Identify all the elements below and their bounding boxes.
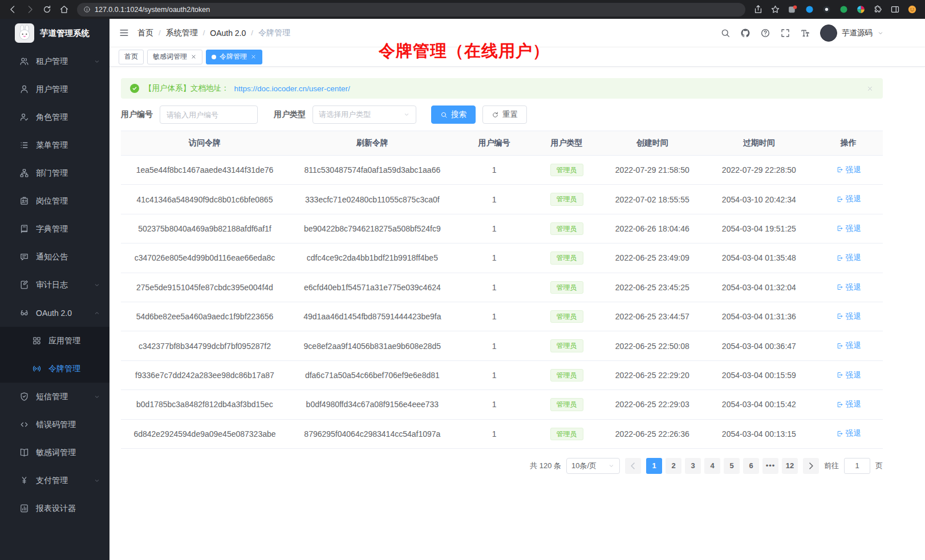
sidebar-item-pay[interactable]: 支付管理 bbox=[0, 466, 109, 494]
sidebar-item-sms[interactable]: 短信管理 bbox=[0, 383, 109, 411]
user-type-badge: 管理员 bbox=[550, 428, 583, 440]
user-type-cell: 管理员 bbox=[532, 214, 601, 243]
force-logout-button[interactable]: 强退 bbox=[836, 165, 861, 175]
browser-chrome: 127.0.0.1:1024/system/oauth2/token bbox=[0, 0, 925, 19]
sidebar-item-error-code[interactable]: 错误码管理 bbox=[0, 411, 109, 439]
sidebar-item-audit-log[interactable]: 审计日志 bbox=[0, 271, 109, 299]
report-icon bbox=[19, 504, 29, 513]
sidebar-item-app-manage[interactable]: 应用管理 bbox=[0, 327, 109, 355]
page-size-select[interactable]: 10条/页 bbox=[566, 458, 620, 474]
action-cell: 强退 bbox=[814, 273, 883, 302]
user-id-cell: 1 bbox=[456, 244, 533, 273]
force-logout-button[interactable]: 强退 bbox=[836, 224, 861, 234]
sidebar-item-label: 审计日志 bbox=[36, 280, 68, 290]
sidebar-item-label: 短信管理 bbox=[36, 392, 68, 402]
user-id-input[interactable] bbox=[160, 105, 258, 124]
force-logout-button[interactable]: 强退 bbox=[836, 370, 861, 380]
home-icon[interactable] bbox=[59, 5, 69, 14]
force-logout-button[interactable]: 强退 bbox=[836, 428, 861, 439]
force-logout-button[interactable]: 强退 bbox=[836, 311, 861, 322]
user-type-select[interactable]: 请选择用户类型 bbox=[313, 105, 416, 124]
prev-page-button[interactable] bbox=[625, 458, 641, 474]
tab-home[interactable]: 首页 bbox=[119, 50, 144, 64]
sidebar-item-menu[interactable]: 菜单管理 bbox=[0, 131, 109, 159]
sidebar-item-dict[interactable]: 字典管理 bbox=[0, 215, 109, 243]
fullscreen-icon[interactable] bbox=[780, 28, 790, 38]
breadcrumb-item[interactable]: OAuth 2.0 bbox=[210, 29, 246, 38]
pagination: 共 120 条 10条/页 123456•••12 前往 页 bbox=[121, 458, 883, 474]
back-icon[interactable] bbox=[8, 5, 18, 14]
next-page-button[interactable] bbox=[803, 458, 819, 474]
breadcrumb-item[interactable]: 系统管理 bbox=[166, 28, 198, 38]
tab-token-manage[interactable]: 令牌管理 bbox=[206, 50, 262, 64]
page-button[interactable]: 3 bbox=[685, 458, 701, 474]
app-logo[interactable]: 芋道管理系统 bbox=[0, 19, 109, 47]
share-icon[interactable] bbox=[753, 5, 763, 14]
search-button-label: 搜索 bbox=[451, 109, 466, 120]
user-id-cell: 1 bbox=[456, 302, 533, 331]
extension-green-icon[interactable] bbox=[839, 5, 849, 14]
extension-badge-icon[interactable] bbox=[788, 5, 797, 14]
column-header: 创建时间 bbox=[601, 131, 704, 156]
sidebar-item-sensitive-word[interactable]: 敏感词管理 bbox=[0, 439, 109, 466]
page-button[interactable]: 1 bbox=[646, 458, 662, 474]
page-button[interactable]: 12 bbox=[782, 458, 798, 474]
page-button[interactable]: 6 bbox=[743, 458, 759, 474]
sidebar-item-oauth2[interactable]: OAuth 2.0 bbox=[0, 299, 109, 327]
search-button[interactable]: 搜索 bbox=[431, 105, 476, 124]
filter-form: 用户编号 用户类型 请选择用户类型 搜索 重置 bbox=[121, 105, 883, 124]
reload-icon[interactable] bbox=[42, 5, 52, 14]
extension-dark-icon[interactable] bbox=[822, 5, 831, 14]
close-icon[interactable] bbox=[250, 54, 257, 60]
alert-close-icon[interactable] bbox=[866, 85, 874, 92]
page-button[interactable]: 5 bbox=[724, 458, 740, 474]
create-time-cell: 2022-06-26 18:04:46 bbox=[601, 214, 704, 243]
puzzle-icon[interactable] bbox=[873, 5, 883, 14]
sidebar-item-notice[interactable]: 通知公告 bbox=[0, 243, 109, 271]
page-info-icon[interactable] bbox=[83, 6, 91, 13]
extension-color-icon[interactable] bbox=[856, 5, 866, 14]
tab-sensitive-word[interactable]: 敏感词管理 bbox=[147, 50, 202, 64]
font-size-icon[interactable] bbox=[800, 28, 810, 38]
force-logout-button[interactable]: 强退 bbox=[836, 194, 861, 204]
table-row: 54d6be82ee5a460a9aedc1f9bf22365649d1aa46… bbox=[121, 302, 883, 331]
app-frame: 芋道管理系统 租户管理用户管理角色管理菜单管理部门管理岗位管理字典管理通知公告审… bbox=[0, 19, 925, 560]
sidebar-panel-icon[interactable] bbox=[890, 5, 900, 14]
access-token-cell: b0d1785bc3a8482f812db4a3f3bd15ec bbox=[121, 390, 289, 419]
extension-blue-icon[interactable] bbox=[805, 5, 814, 14]
pay-icon bbox=[19, 476, 29, 485]
sidebar-item-token-manage[interactable]: 令牌管理 bbox=[0, 355, 109, 383]
github-icon[interactable] bbox=[740, 28, 750, 38]
sidebar-item-tenant[interactable]: 租户管理 bbox=[0, 47, 109, 75]
force-logout-button[interactable]: 强退 bbox=[836, 340, 861, 351]
sidebar-item-user[interactable]: 用户管理 bbox=[0, 75, 109, 103]
sidebar-item-label: 角色管理 bbox=[36, 112, 68, 123]
force-logout-button[interactable]: 强退 bbox=[836, 399, 861, 409]
sidebar-item-dept[interactable]: 部门管理 bbox=[0, 159, 109, 187]
search-icon[interactable] bbox=[720, 28, 731, 38]
force-logout-label: 强退 bbox=[846, 340, 861, 351]
sidebar-toggle-icon[interactable] bbox=[119, 27, 129, 38]
user-menu[interactable]: 芋道源码 bbox=[820, 25, 884, 42]
more-pages-button[interactable]: ••• bbox=[762, 458, 778, 474]
close-icon[interactable] bbox=[190, 54, 197, 60]
forward-icon[interactable] bbox=[25, 5, 35, 14]
page-button[interactable]: 2 bbox=[666, 458, 681, 474]
force-logout-button[interactable]: 强退 bbox=[836, 253, 861, 263]
address-bar[interactable]: 127.0.0.1:1024/system/oauth2/token bbox=[77, 3, 745, 17]
chevron-down-icon bbox=[94, 393, 100, 400]
sidebar-item-report-designer[interactable]: 报表设计器 bbox=[0, 494, 109, 522]
sidebar-item-post[interactable]: 岗位管理 bbox=[0, 187, 109, 215]
force-logout-button[interactable]: 强退 bbox=[836, 282, 861, 293]
goto-page-input[interactable] bbox=[844, 458, 870, 474]
star-icon[interactable] bbox=[770, 5, 780, 14]
help-icon[interactable] bbox=[760, 28, 770, 38]
breadcrumb-item[interactable]: 首页 bbox=[137, 28, 153, 38]
reset-button[interactable]: 重置 bbox=[482, 105, 527, 124]
page-button[interactable]: 4 bbox=[704, 458, 720, 474]
table-header-row: 访问令牌刷新令牌用户编号用户类型创建时间过期时间操作 bbox=[121, 131, 883, 156]
doc-link[interactable]: https://doc.iocoder.cn/user-center/ bbox=[234, 84, 350, 93]
action-cell: 强退 bbox=[814, 360, 883, 389]
profile-avatar-icon[interactable] bbox=[907, 5, 917, 14]
sidebar-item-role[interactable]: 角色管理 bbox=[0, 103, 109, 131]
